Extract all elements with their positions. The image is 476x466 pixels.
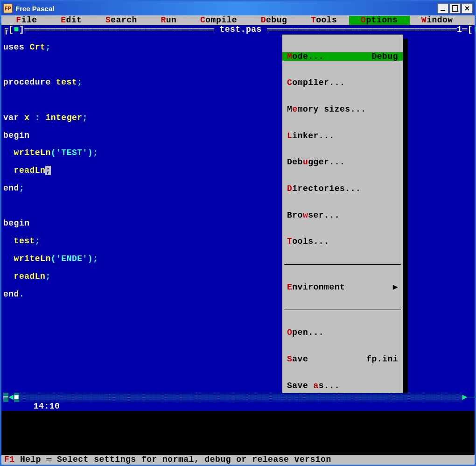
editor-status-line: 14:10	[1, 402, 475, 411]
horizontal-scrollbar[interactable]: ═◄■▒▒▒▒▒▒▒▒▒▒▒▒▒▒▒▒▒▒▒▒▒▒▒▒▒▒▒▒▒▒▒▒▒▒▒▒▒…	[1, 393, 475, 402]
editor-filename: test.pas	[219, 25, 261, 34]
dd-mode[interactable]: Mode...Debug	[282, 52, 403, 61]
dd-browser[interactable]: Browser...	[282, 211, 403, 220]
submenu-arrow-icon: ▶	[393, 283, 398, 292]
title-bar: FP Free Pascal ×	[1, 1, 475, 15]
close-button[interactable]: ×	[462, 3, 473, 14]
minimize-button[interactable]	[437, 3, 448, 14]
dd-environment[interactable]: Environment▶	[282, 283, 403, 292]
help-key: F1	[4, 455, 15, 464]
dd-memory-sizes[interactable]: Memory sizes...	[282, 105, 403, 114]
editor-window: ╔[■]════════════════════════════════════…	[1, 25, 475, 411]
editor-titlebar: ╔[■]════════════════════════════════════…	[1, 25, 475, 34]
menu-bar: File Edit Search Run Compile Debug Tools…	[1, 15, 475, 25]
dd-compiler[interactable]: Compiler...	[282, 78, 403, 87]
menu-compile[interactable]: Compile	[189, 16, 249, 25]
output-area	[1, 411, 475, 455]
dd-save-as[interactable]: Save as...	[282, 381, 403, 390]
app-window: FP Free Pascal × File Edit Search Run Co…	[0, 0, 476, 466]
text-cursor: ;	[45, 166, 50, 175]
menu-options[interactable]: Options	[349, 16, 410, 25]
dd-tools[interactable]: Tools...	[282, 237, 403, 246]
menu-run[interactable]: Run	[149, 16, 189, 25]
dd-save[interactable]: Savefp.ini	[282, 355, 403, 364]
dd-open[interactable]: Open...	[282, 328, 403, 337]
dd-separator	[284, 310, 401, 310]
dd-separator	[284, 264, 401, 265]
cursor-position: 14:10	[34, 402, 60, 411]
menu-file[interactable]: File	[4, 16, 49, 25]
code-editor[interactable]: uses Crt; procedure test; var x : intege…	[1, 34, 475, 394]
dos-area: File Edit Search Run Compile Debug Tools…	[1, 15, 475, 465]
menu-tools[interactable]: Tools	[299, 16, 349, 25]
maximize-button[interactable]	[449, 3, 461, 14]
menu-search[interactable]: Search	[94, 16, 149, 25]
menu-edit[interactable]: Edit	[49, 16, 94, 25]
options-dropdown: Mode...Debug Compiler... Memory sizes...…	[282, 34, 403, 394]
help-line: F1 Help ═ Select settings for normal, de…	[1, 455, 475, 465]
menu-window[interactable]: Window	[410, 16, 465, 25]
dd-directories[interactable]: Directories...	[282, 184, 403, 193]
app-icon: FP	[3, 4, 13, 13]
menu-debug[interactable]: Debug	[249, 16, 299, 25]
dd-linker[interactable]: Linker...	[282, 132, 403, 141]
menu-help[interactable]: Help	[465, 16, 476, 25]
window-title: Free Pascal	[15, 5, 436, 13]
dd-debugger[interactable]: Debugger...	[282, 158, 403, 167]
